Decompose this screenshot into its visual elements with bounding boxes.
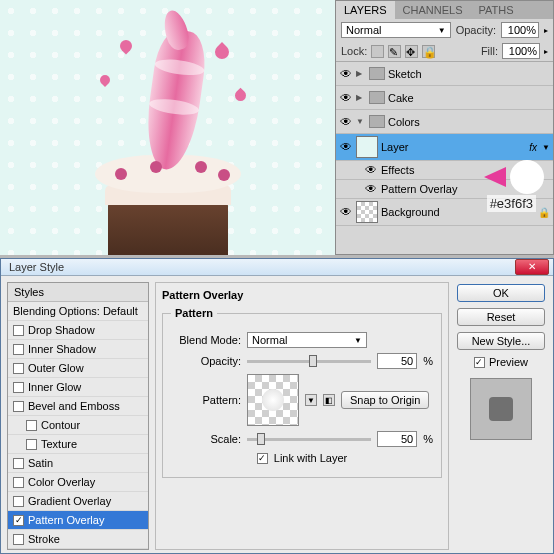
style-label: Stroke <box>28 533 60 545</box>
lock-all-icon[interactable]: 🔒 <box>422 45 435 58</box>
pattern-overlay-settings: Pattern Overlay Pattern Blend Mode: Norm… <box>155 282 449 550</box>
layer-name: Layer <box>381 141 526 153</box>
checkbox[interactable] <box>13 458 24 469</box>
document-canvas[interactable] <box>0 0 335 255</box>
cherry <box>115 168 127 180</box>
style-row-bevel[interactable]: Bevel and Emboss <box>8 397 148 416</box>
layer-row[interactable]: 👁▼ Colors <box>336 110 553 134</box>
style-row-pattern-overlay[interactable]: ✓Pattern Overlay <box>8 511 148 530</box>
layer-effects-row[interactable]: 👁 Effects <box>336 161 553 180</box>
layer-thumbnail[interactable] <box>356 136 378 158</box>
scale-value[interactable]: 50 <box>377 431 417 447</box>
chevron-down-icon[interactable]: ▼ <box>542 143 550 152</box>
new-preset-icon[interactable]: ◧ <box>323 394 335 406</box>
lock-transparency-icon[interactable] <box>371 45 384 58</box>
blend-mode-value: Normal <box>346 24 381 36</box>
folder-icon <box>369 67 385 80</box>
checkbox[interactable] <box>13 477 24 488</box>
style-row-stroke[interactable]: Stroke <box>8 530 148 549</box>
style-label: Color Overlay <box>28 476 95 488</box>
checkbox[interactable] <box>13 382 24 393</box>
layer-row[interactable]: 👁▶ Sketch <box>336 62 553 86</box>
blend-mode-select[interactable]: Normal▼ <box>341 22 451 38</box>
visibility-icon[interactable]: 👁 <box>339 67 353 81</box>
style-label: Satin <box>28 457 53 469</box>
slider-handle[interactable] <box>257 433 265 445</box>
close-button[interactable]: ✕ <box>515 259 549 275</box>
tab-layers[interactable]: LAYERS <box>336 1 395 19</box>
visibility-icon[interactable]: 👁 <box>339 205 353 219</box>
percent-label: % <box>423 355 433 367</box>
layer-name: Sketch <box>388 68 550 80</box>
checkbox-checked[interactable]: ✓ <box>13 515 24 526</box>
layer-row[interactable]: 👁▶ Cake <box>336 86 553 110</box>
tab-channels[interactable]: CHANNELS <box>395 1 471 19</box>
checkbox[interactable] <box>26 420 37 431</box>
scale-slider[interactable] <box>247 438 371 441</box>
style-row-gradient-overlay[interactable]: Gradient Overlay <box>8 492 148 511</box>
blending-options-row[interactable]: Blending Options: Default <box>8 302 148 321</box>
snap-to-origin-button[interactable]: Snap to Origin <box>341 391 429 409</box>
dialog-titlebar[interactable]: Layer Style ✕ <box>1 259 553 276</box>
visibility-icon[interactable]: 👁 <box>339 91 353 105</box>
pattern-fieldset: Pattern Blend Mode: Normal▼ Opacity: 50 … <box>162 307 442 478</box>
fill-field[interactable]: 100% <box>502 43 540 59</box>
style-row-color-overlay[interactable]: Color Overlay <box>8 473 148 492</box>
fx-badge[interactable]: fx <box>529 142 537 153</box>
reset-button[interactable]: Reset <box>457 308 545 326</box>
checkbox[interactable] <box>13 325 24 336</box>
visibility-icon[interactable]: 👁 <box>364 163 378 177</box>
checkbox[interactable] <box>13 534 24 545</box>
style-row-texture[interactable]: Texture <box>8 435 148 454</box>
opacity-value[interactable]: 50 <box>377 353 417 369</box>
tab-paths[interactable]: PATHS <box>471 1 522 19</box>
expand-icon[interactable]: ▶ <box>356 69 366 78</box>
lock-label: Lock: <box>341 45 367 57</box>
chevron-right-icon[interactable]: ▸ <box>544 47 548 56</box>
percent-label: % <box>423 433 433 445</box>
layer-row-selected[interactable]: 👁 Layer fx▼ <box>336 134 553 161</box>
chevron-down-icon: ▼ <box>354 336 362 345</box>
cherry <box>150 161 162 173</box>
lock-pixels-icon[interactable]: ✎ <box>388 45 401 58</box>
style-row-satin[interactable]: Satin <box>8 454 148 473</box>
pattern-dropdown[interactable]: ▼ <box>305 394 317 406</box>
slider-handle[interactable] <box>309 355 317 367</box>
preview-checkbox[interactable]: ✓ <box>474 357 485 368</box>
layer-style-dialog: Layer Style ✕ Styles Blending Options: D… <box>0 258 554 554</box>
opacity-field[interactable]: 100% <box>501 22 539 38</box>
ok-button[interactable]: OK <box>457 284 545 302</box>
new-style-button[interactable]: New Style... <box>457 332 545 350</box>
blend-mode-select[interactable]: Normal▼ <box>247 332 367 348</box>
visibility-icon[interactable]: 👁 <box>364 182 378 196</box>
expand-icon[interactable]: ▼ <box>356 117 366 126</box>
layer-thumbnail[interactable] <box>356 201 378 223</box>
style-label: Pattern Overlay <box>28 514 104 526</box>
dialog-buttons: OK Reset New Style... ✓ Preview <box>455 282 547 550</box>
visibility-icon[interactable]: 👁 <box>339 140 353 154</box>
style-row-contour[interactable]: Contour <box>8 416 148 435</box>
style-row-inner-shadow[interactable]: Inner Shadow <box>8 340 148 359</box>
opacity-label: Opacity: <box>171 355 241 367</box>
chevron-right-icon[interactable]: ▸ <box>544 26 548 35</box>
checkbox[interactable] <box>13 496 24 507</box>
style-label: Contour <box>41 419 80 431</box>
checkbox[interactable] <box>13 363 24 374</box>
expand-icon[interactable]: ▶ <box>356 93 366 102</box>
layer-name: Colors <box>388 116 550 128</box>
lock-icon: 🔒 <box>538 207 550 218</box>
link-checkbox[interactable]: ✓ <box>257 453 268 464</box>
lock-position-icon[interactable]: ✥ <box>405 45 418 58</box>
visibility-icon[interactable]: 👁 <box>339 115 353 129</box>
pattern-swatch[interactable] <box>247 374 299 426</box>
style-label: Texture <box>41 438 77 450</box>
opacity-slider[interactable] <box>247 360 371 363</box>
style-row-drop-shadow[interactable]: Drop Shadow <box>8 321 148 340</box>
effect-name: Pattern Overlay <box>381 183 550 195</box>
styles-header[interactable]: Styles <box>8 283 148 302</box>
checkbox[interactable] <box>13 344 24 355</box>
checkbox[interactable] <box>26 439 37 450</box>
style-row-inner-glow[interactable]: Inner Glow <box>8 378 148 397</box>
checkbox[interactable] <box>13 401 24 412</box>
style-row-outer-glow[interactable]: Outer Glow <box>8 359 148 378</box>
